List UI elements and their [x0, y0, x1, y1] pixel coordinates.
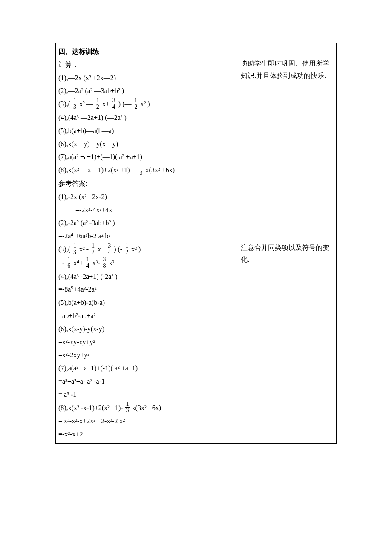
problem-7: (7),a(a² +a+1)+(—1)( a² +a+1) [58, 151, 235, 163]
answer-8-line1: (8),x(x² -x-1)+2(x² +1)- 13 x(3x² +6x) [58, 402, 235, 415]
a3r-suffix: x² [109, 259, 115, 266]
problem-8: (8),x(x² —x—1)+2(x² +1)— 13 x(3x² +6x) [58, 164, 235, 177]
answer-6-line1: (6),x(x-y)-y(x-y) [58, 323, 235, 335]
problem-5: (5),b(a+b)—a(b—a) [58, 125, 235, 137]
a3-prefix: (3),( [58, 246, 70, 253]
a3-text: ) (- [114, 246, 122, 253]
answer-8-line3: =-x²-x+2 [58, 428, 235, 441]
answer-5-line1: (5),b(a+b)-a(b-a) [58, 297, 235, 309]
a3-suffix: x² ) [131, 246, 141, 253]
fraction: 38 [102, 257, 107, 269]
fraction: 13 [72, 243, 77, 255]
answer-1-line1: (1),-2x (x² +2x-2) [58, 191, 235, 203]
p3-suffix: x² ) [140, 100, 150, 107]
problem-2: (2),—2a² (a² —3ab+b² ) [58, 85, 235, 97]
fraction: 12 [91, 243, 95, 255]
spacer [241, 83, 334, 241]
fraction: 34 [112, 98, 116, 110]
answer-label: 参考答案: [58, 178, 235, 190]
p3-text: x² — [79, 100, 93, 107]
fraction: 12 [133, 98, 138, 110]
fraction: 12 [124, 243, 129, 255]
problem-4: (4),(4a³ —2a+1) (—2a² ) [58, 112, 235, 124]
a3r-text: x⁴+ [73, 259, 83, 266]
answer-3-line2: =- 16 x⁴+ 14 x³- 38 x² [58, 257, 235, 270]
answer-4-line2: =-8a⁵+4a³-2a² [58, 283, 235, 296]
fraction: 34 [107, 243, 112, 255]
answer-4-line1: (4),(4a³ -2a+1) (-2a² ) [58, 271, 235, 283]
p3-prefix: (3),( [58, 100, 70, 107]
fraction: 16 [66, 257, 71, 269]
answer-6-line3: =x²-2xy+y² [58, 349, 235, 361]
teacher-note-2: 注意合并同类项以及符号的变化. [241, 242, 334, 266]
fraction: 14 [85, 257, 90, 269]
compute-label: 计算： [58, 59, 235, 71]
answer-7-line2: =a³+a²+a- a² -a-1 [58, 376, 235, 388]
answer-2-line1: (2),-2a² (a² -3ab+b² ) [58, 217, 235, 229]
section-title: 四、达标训练 [58, 46, 235, 58]
answer-2-line2: =-2a⁴ +6a³b-2 a² b² [58, 230, 235, 243]
answer-6-line2: =x²-xy-xy+y² [58, 336, 235, 349]
a8-prefix: (8),x(x² -x-1)+2(x² +1)- [58, 404, 123, 411]
answer-7-line3: = a³ -1 [58, 389, 235, 401]
answer-5-line2: =ab+b²-ab+a² [58, 310, 235, 322]
problem-6: (6),x(x—y)—y(x—y) [58, 138, 235, 150]
answer-8-line2: = x³-x²-x+2x² +2-x³-2 x² [58, 415, 235, 428]
a3r-text: x³- [92, 259, 100, 266]
right-column: 协助学生即时巩固、使用所学知识.并且体验到成功的快乐. 注意合并同类项以及符号的… [238, 43, 337, 444]
p3-text: x+ [102, 100, 110, 107]
fraction: 13 [125, 401, 130, 413]
a3r-prefix: =- [58, 259, 64, 266]
a3-text: x² - [79, 246, 89, 253]
a3-text: x+ [98, 246, 105, 253]
answer-7-line1: (7),a(a² +a+1)+(-1)( a² +a+1) [58, 362, 235, 375]
a8-suffix: x(3x² +6x) [132, 404, 161, 411]
p3-text: ) (— [118, 100, 132, 107]
fraction: 13 [139, 164, 144, 176]
answer-1-line2: =-2x³-4x²+4x [58, 204, 235, 217]
teacher-note-1: 协助学生即时巩固、使用所学知识.并且体验到成功的快乐. [241, 58, 334, 82]
left-column: 四、达标训练 计算： (1),—2x (x² +2x—2) (2),—2a² (… [56, 43, 238, 444]
problem-3: (3),( 13 x² — 12 x+ 34 ) (— 12 x² ) [58, 98, 235, 111]
p8-suffix: x(3x² +6x) [146, 166, 175, 173]
fraction: 13 [72, 98, 77, 110]
answer-3-line1: (3),( 13 x² - 12 x+ 34 ) (- 12 x² ) [58, 243, 235, 256]
fraction: 12 [95, 98, 100, 110]
lesson-table: 四、达标训练 计算： (1),—2x (x² +2x—2) (2),—2a² (… [55, 43, 337, 444]
p8-prefix: (8),x(x² —x—1)+2(x² +1)— [58, 166, 137, 173]
problem-1: (1),—2x (x² +2x—2) [58, 72, 235, 84]
